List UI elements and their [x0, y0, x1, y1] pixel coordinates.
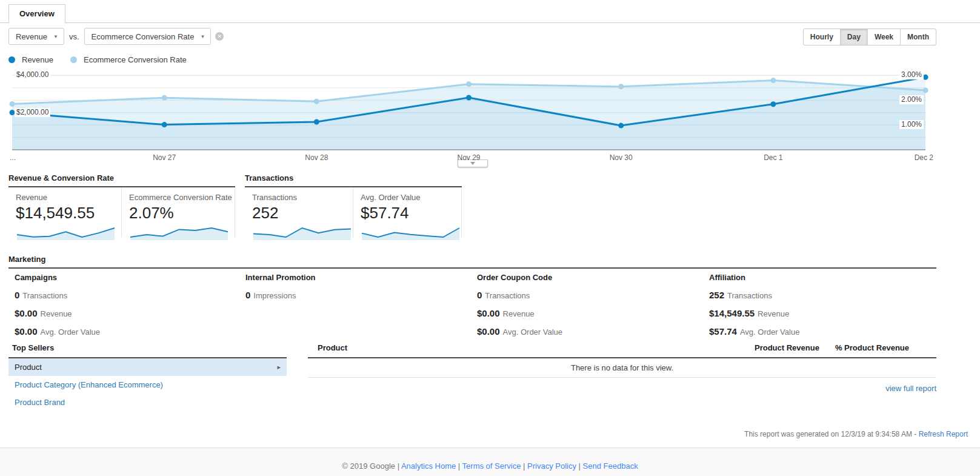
marketing-column-title: Affiliation — [709, 273, 799, 282]
stat-value: $0.00 — [15, 308, 38, 318]
marketing-column: Campaigns0Transactions$0.00Revenue$0.00A… — [15, 273, 100, 344]
footer-links: © 2019 Google | Analytics Home | Terms o… — [0, 461, 980, 471]
top-sellers-list: Product▸Product Category (Enhanced Ecomm… — [8, 358, 287, 411]
top-sellers-item-label: Product Brand — [15, 398, 65, 407]
top-sellers-item[interactable]: Product▸ — [8, 358, 287, 376]
stat-value: 0 — [477, 290, 482, 300]
stat-value: $14,549.55 — [709, 308, 755, 318]
footer-link[interactable]: Terms of Service — [462, 461, 521, 471]
stat-value: $57.74 — [709, 326, 737, 337]
scorecard: Avg. Order Value$57.74 — [353, 187, 462, 237]
marketing-stat: $0.00Revenue — [477, 308, 562, 318]
x-axis-label: Dec 2 — [915, 153, 933, 162]
marketing-stat: $14,549.55Revenue — [709, 308, 799, 318]
sparkline — [129, 224, 229, 240]
stat-label: Avg. Order Value — [503, 327, 563, 337]
report-generated-line: This report was generated on 12/3/19 at … — [744, 430, 968, 438]
legend-label: Revenue — [22, 55, 53, 64]
marketing-section: Marketing Campaigns0Transactions$0.00Rev… — [8, 255, 936, 269]
x-axis-label: Nov 30 — [610, 153, 633, 162]
footer-link[interactable]: Analytics Home — [401, 461, 456, 471]
stat-value: 0 — [245, 290, 250, 300]
granularity-month-button[interactable]: Month — [900, 29, 936, 45]
primary-metric-select[interactable]: Revenue ▼ — [8, 28, 64, 45]
x-axis-label: Dec 1 — [764, 153, 782, 162]
granularity-day-button[interactable]: Day — [840, 29, 867, 45]
scorecard-section: Revenue & Conversion RateRevenue$14,549.… — [8, 173, 235, 237]
right-axis-tick-label: 3.00% — [899, 70, 924, 79]
caret-down-icon — [470, 162, 475, 165]
marketing-column-title: Internal Promotion — [245, 273, 316, 282]
column-header-product-revenue: Product Revenue — [755, 343, 819, 352]
marketing-stat: $0.00Avg. Order Value — [15, 326, 100, 337]
scorecard-value: 2.07% — [129, 204, 235, 223]
scorecard: Ecommerce Conversion Rate2.07% — [122, 187, 235, 237]
scorecard: Transactions252 — [245, 187, 353, 237]
refresh-report-link[interactable]: Refresh Report — [919, 430, 968, 438]
sparkline — [361, 224, 461, 240]
product-table: Product Product Revenue % Product Revenu… — [308, 341, 936, 393]
top-sellers-item[interactable]: Product Brand — [8, 394, 287, 411]
scorecard-section-title: Revenue & Conversion Rate — [8, 173, 235, 187]
top-sellers-title: Top Sellers — [8, 341, 287, 358]
view-full-report-link[interactable]: view full report — [885, 384, 936, 393]
chevron-down-icon: ▼ — [53, 34, 58, 39]
caret-right-icon: ▸ — [277, 363, 281, 371]
copyright-text: © 2019 Google — [342, 461, 395, 471]
marketing-title: Marketing — [8, 255, 936, 269]
scorecard-section: TransactionsTransactions252Avg. Order Va… — [245, 173, 462, 237]
legend-dot-icon — [8, 56, 15, 63]
scorecard-value: 252 — [252, 204, 353, 223]
clear-secondary-metric-icon[interactable]: ✕ — [215, 32, 224, 41]
footer-link-separator: | — [576, 461, 583, 471]
stat-value: 0 — [15, 290, 19, 300]
metric-selector-row: Revenue ▼ vs. Ecommerce Conversion Rate … — [8, 28, 224, 45]
timeseries-chart: $2,000.00$4,000.001.00%2.00%3.00%...Nov … — [0, 67, 980, 171]
tab-overview[interactable]: Overview — [8, 4, 65, 23]
top-sellers-item-label: Product Category (Enhanced Ecommerce) — [15, 380, 163, 389]
stat-label: Transactions — [22, 291, 67, 300]
footer-link-separator: | — [456, 461, 462, 471]
top-sellers-item-label: Product — [15, 363, 42, 372]
marketing-column: Internal Promotion0Impressions — [245, 273, 316, 308]
x-axis-label: Nov 27 — [153, 153, 176, 162]
primary-metric-label: Revenue — [16, 32, 47, 41]
stat-label: Revenue — [758, 309, 789, 318]
chart-legend: RevenueEcommerce Conversion Rate — [8, 55, 187, 64]
scorecard-label: Transactions — [252, 193, 353, 202]
footer-link[interactable]: Send Feedback — [583, 461, 638, 471]
scorecard-label: Revenue — [16, 193, 121, 202]
column-header-product: Product — [308, 343, 347, 352]
legend-item[interactable]: Ecommerce Conversion Rate — [70, 55, 187, 64]
secondary-metric-label: Ecommerce Conversion Rate — [92, 32, 195, 41]
legend-item[interactable]: Revenue — [8, 55, 53, 64]
stat-value: $0.00 — [477, 308, 500, 318]
secondary-metric-select[interactable]: Ecommerce Conversion Rate ▼ — [84, 28, 212, 45]
stat-label: Avg. Order Value — [41, 327, 101, 337]
scorecard-value: $14,549.55 — [16, 204, 121, 223]
granularity-hourly-button[interactable]: Hourly — [804, 29, 840, 45]
top-sellers-item[interactable]: Product Category (Enhanced Ecommerce) — [8, 376, 287, 394]
marketing-column-title: Order Coupon Code — [477, 273, 562, 282]
top-sellers-panel: Top Sellers Product▸Product Category (En… — [8, 341, 287, 411]
stat-label: Revenue — [503, 309, 535, 318]
marketing-stat: $57.74Avg. Order Value — [709, 326, 799, 337]
vs-label: vs. — [69, 32, 79, 41]
marketing-column: Affiliation252Transactions$14,549.55Reve… — [709, 273, 799, 344]
legend-dot-icon — [70, 56, 77, 63]
marketing-stat: $0.00Revenue — [15, 308, 100, 318]
marketing-stat: $0.00Avg. Order Value — [477, 326, 562, 337]
x-axis-label: ... — [10, 153, 16, 162]
footer-link[interactable]: Privacy Policy — [527, 461, 576, 471]
x-axis-label: Nov 28 — [305, 153, 328, 162]
stat-label: Transactions — [727, 291, 772, 300]
chevron-down-icon: ▼ — [200, 34, 205, 39]
page-footer: © 2019 Google | Analytics Home | Terms o… — [0, 448, 980, 476]
scorecard-label: Avg. Order Value — [361, 193, 461, 202]
scorecard-row: Transactions252Avg. Order Value$57.74 — [245, 187, 462, 237]
tab-bar: Overview — [0, 0, 980, 23]
granularity-week-button[interactable]: Week — [867, 29, 900, 45]
empty-table-message: There is no data for this view. — [308, 358, 936, 378]
marketing-column-title: Campaigns — [15, 273, 100, 282]
right-axis-tick-label: 2.00% — [899, 95, 924, 104]
